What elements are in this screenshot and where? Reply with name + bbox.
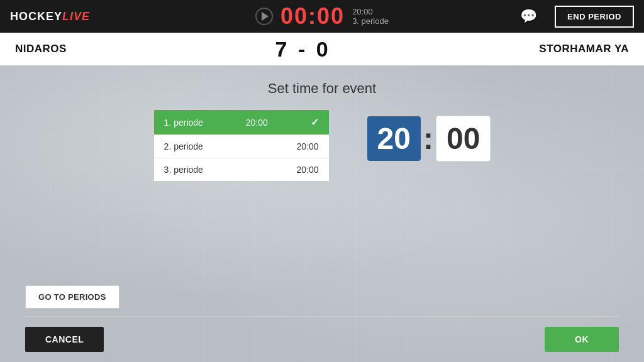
button-row: CANCEL OK [0, 317, 644, 362]
period-time: 20:00 [352, 7, 373, 16]
period-1-time: 20:00 [246, 118, 268, 128]
time-colon: : [423, 121, 433, 156]
score-bar: NIDAROS 7 - 0 STORHAMAR YA [0, 33, 644, 65]
period-3-time: 20:00 [297, 165, 319, 175]
period-name: 3. periode [352, 16, 389, 26]
period-item-3[interactable]: 3. periode 20:00 [154, 158, 329, 181]
top-bar: HOCKEY LIVE 00:00 20:00 3. periode 💬 END… [0, 0, 644, 33]
logo: HOCKEY LIVE [10, 10, 90, 23]
go-to-periods-button[interactable]: GO TO PERIODS [25, 285, 119, 309]
main-content: Set time for event 1. periode 20:00 ✓ 2.… [0, 65, 644, 362]
bottom-section: GO TO PERIODS CANCEL OK [0, 275, 644, 362]
period-1-check: ✓ [311, 116, 319, 128]
time-seconds[interactable]: 00 [436, 116, 491, 162]
score-display: 7 - 0 [275, 37, 331, 62]
period-3-label: 3. periode [164, 165, 203, 175]
period-list: 1. periode 20:00 ✓ 2. periode 20:00 3. p… [153, 109, 330, 182]
period-item-2[interactable]: 2. periode 20:00 [154, 135, 329, 158]
cancel-button[interactable]: CANCEL [25, 327, 104, 352]
timer-display: 00:00 [280, 3, 345, 30]
period-2-label: 2. periode [164, 141, 203, 151]
play-button[interactable] [255, 8, 273, 25]
end-period-button[interactable]: END PERIOD [555, 6, 634, 28]
go-to-periods-area: GO TO PERIODS [0, 275, 644, 316]
ok-button[interactable]: OK [545, 327, 619, 352]
play-icon [262, 12, 269, 21]
period-1-label: 1. periode [164, 118, 203, 128]
dialog-body: 1. periode 20:00 ✓ 2. periode 20:00 3. p… [0, 109, 644, 182]
team-home: NIDAROS [15, 43, 67, 55]
time-display: 20 : 00 [367, 116, 491, 162]
logo-live: LIVE [62, 10, 90, 23]
chat-button[interactable]: 💬 [520, 8, 537, 25]
team-away: STORHAMAR YA [539, 43, 629, 55]
period-2-time: 20:00 [297, 141, 319, 151]
time-minutes[interactable]: 20 [367, 116, 421, 161]
period-info: 20:00 3. periode [352, 7, 389, 26]
logo-hockey: HOCKEY [10, 10, 62, 23]
period-item-1[interactable]: 1. periode 20:00 ✓ [154, 110, 329, 135]
top-bar-center: 00:00 20:00 3. periode [255, 3, 389, 30]
dialog-title: Set time for event [0, 80, 644, 97]
